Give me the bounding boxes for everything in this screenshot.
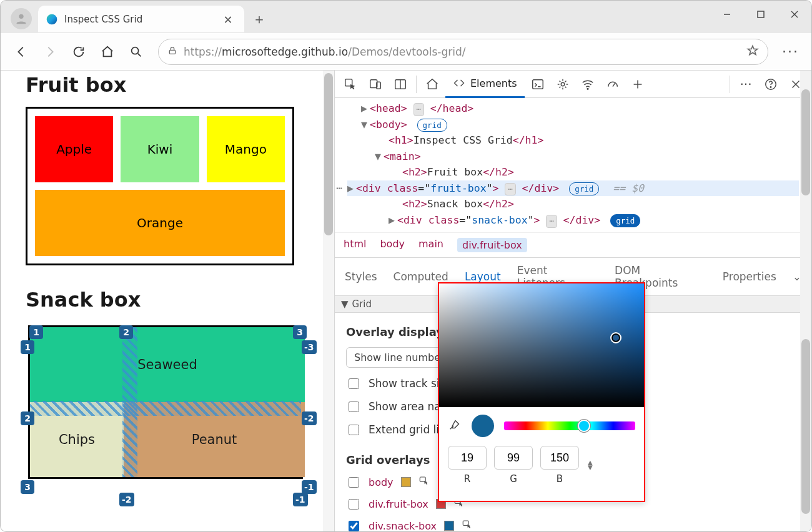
svg-line-18 [613,83,615,87]
panel-scrollbar[interactable] [800,339,811,526]
cell-chips: Chips [30,402,124,477]
grid-section-title: Grid [352,298,372,310]
bc-html[interactable]: html [344,238,366,252]
subtab-props[interactable]: Properties [723,270,776,283]
new-tab-button[interactable]: ＋ [248,8,270,31]
color-picker-popover: R G B ▲▼ [438,282,645,502]
svg-rect-3 [758,11,764,17]
r-label: R [464,473,470,485]
tab-elements[interactable]: Elements [445,71,525,98]
snack-box-grid: Seaweed Chips Peanut [28,325,303,479]
bc-main[interactable]: main [418,238,443,252]
overlay-body-label: body [369,476,394,488]
svg-point-16 [561,82,565,86]
color-b-input[interactable] [540,446,579,470]
breadcrumb[interactable]: html body main div.fruit-box [335,232,811,258]
overlay-body-swatch[interactable] [401,477,411,487]
subtab-computed[interactable]: Computed [394,270,448,283]
color-g-input[interactable] [494,446,533,470]
cell-apple: Apple [35,116,113,182]
gridnum: 2 [21,411,34,425]
close-window-icon[interactable] [778,1,811,28]
titlebar: Inspect CSS Grid ✕ ＋ [1,1,811,33]
svg-rect-27 [463,521,468,526]
gridnum: -1 [293,493,308,506]
inspect-element-icon[interactable] [339,73,362,96]
url-text: https://microsoftedge.github.io/Demos/de… [184,46,740,58]
navbar: https://microsoftedge.github.io/Demos/de… [1,33,811,71]
dom-selected-row[interactable]: ⋯▶<div class="fruit-box"> ⋯ </div> grid … [347,180,799,197]
eyedropper-icon[interactable] [448,418,462,434]
more-tools-icon[interactable]: ··· [734,73,758,96]
help-icon[interactable] [759,73,783,96]
g-label: G [510,473,517,485]
svg-point-17 [587,88,588,89]
browser-tab[interactable]: Inspect CSS Grid ✕ [38,6,244,33]
tab-close-icon[interactable]: ✕ [219,11,237,28]
browser-window: Inspect CSS Grid ✕ ＋ https://microsofted… [0,0,812,532]
overlay-snack-swatch[interactable] [444,521,454,531]
minimize-icon[interactable] [710,1,744,28]
page-scrollbar[interactable] [323,71,334,531]
network-icon[interactable] [576,73,600,96]
bc-body[interactable]: body [380,238,405,252]
panel-scrollbar-thumb[interactable] [801,339,810,514]
gridnum: 3 [21,480,34,494]
overlay-fruit-checkbox[interactable] [349,499,359,510]
color-r-input[interactable] [448,446,487,470]
svg-point-1 [47,14,57,25]
home-button[interactable] [94,39,121,65]
dom-tree[interactable]: ▶<head> ⋯ </head> ▼<body> grid <h1>Inspe… [335,98,811,232]
heading-fruit-box: Fruit box [26,73,317,97]
color-mode-toggle[interactable]: ▲▼ [588,460,593,470]
svg-line-7 [138,53,141,56]
overlay-fruit-label: div.fruit-box [369,498,428,510]
page-scrollbar-thumb[interactable] [324,73,333,235]
hue-slider[interactable] [504,421,635,430]
overlay-row-snack: div.snack-box [346,519,800,532]
maximize-icon[interactable] [744,1,778,28]
url-path: /Demos/devtools-grid/ [348,46,465,58]
b-label: B [557,473,563,485]
reveal-icon[interactable] [418,475,430,489]
reveal-icon[interactable] [462,519,473,531]
overlay-snack-checkbox[interactable] [349,521,359,531]
color-cursor[interactable] [610,332,621,343]
welcome-icon[interactable] [420,73,444,96]
color-saturation-field[interactable] [439,283,644,407]
tab-title: Inspect CSS Grid [64,14,213,25]
sources-icon[interactable] [551,73,575,96]
heading-snack-box: Snack box [26,288,317,312]
svg-point-22 [770,86,771,87]
window-controls [710,1,811,28]
subtab-layout[interactable]: Layout [465,270,501,283]
bc-selected[interactable]: div.fruit-box [457,238,527,252]
url-prefix: https:// [184,46,222,58]
svg-point-0 [19,14,23,19]
gridnum: 2 [119,325,133,339]
device-toolbar-icon[interactable] [364,73,387,96]
gridnum: -1 [302,480,317,494]
subtab-styles[interactable]: Styles [345,270,377,283]
profile-icon[interactable] [11,8,32,29]
snack-box-wrapper: Seaweed Chips Peanut 1 2 3 1 -3 2 -2 3 -… [26,325,307,479]
overlay-body-checkbox[interactable] [349,477,359,488]
svg-point-6 [132,47,139,54]
svg-rect-25 [420,477,425,482]
dock-icon[interactable] [389,73,412,96]
console-icon[interactable] [526,73,550,96]
browser-menu-icon[interactable]: ··· [777,44,804,59]
reload-button[interactable] [66,39,92,65]
hue-handle[interactable] [578,420,590,432]
code-icon [453,77,465,89]
search-button[interactable] [123,39,149,65]
back-button[interactable] [8,39,34,65]
gridnum: -3 [302,340,317,354]
address-bar[interactable]: https://microsoftedge.github.io/Demos/de… [158,39,768,65]
add-tab-icon[interactable] [626,73,650,96]
performance-icon[interactable] [601,73,625,96]
fruit-box-grid: Apple Kiwi Mango Orange [26,107,294,265]
url-host: microsoftedge.github.io [222,46,348,58]
favorite-icon[interactable] [746,44,759,59]
gridnum: -2 [119,493,134,506]
